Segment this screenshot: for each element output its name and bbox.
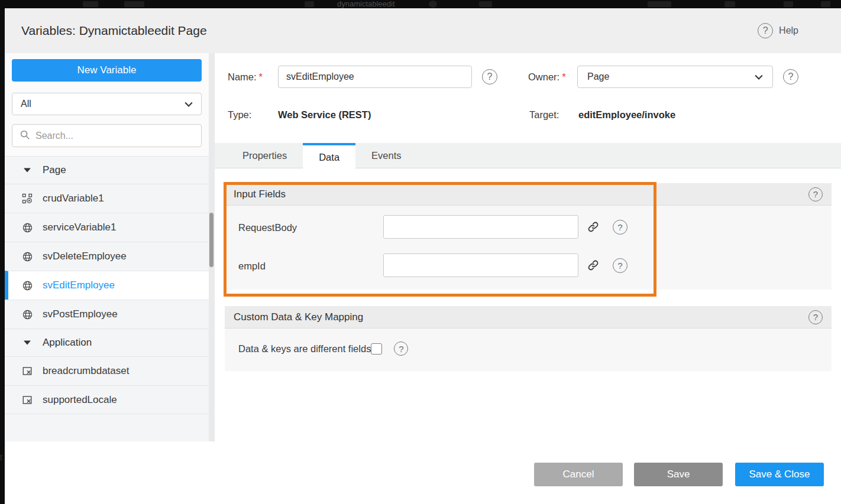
search-input[interactable]: [35, 131, 194, 141]
sidebar-scrollbar-thumb[interactable]: [209, 213, 214, 267]
list-item-label: breadcrumbdataset: [43, 365, 129, 377]
list-item-breadcrumbdataset[interactable]: breadcrumbdataset: [5, 356, 209, 385]
name-input[interactable]: [278, 66, 472, 88]
model-variable-icon: [21, 365, 33, 377]
custom-mapping-section: Custom Data & Key Mapping ? Data & keys …: [225, 306, 832, 371]
tab-events[interactable]: Events: [355, 143, 417, 168]
group-label: Page: [43, 164, 66, 176]
variables-sidebar: New Variable All Page: [5, 53, 215, 441]
sidebar-scrollbar-track[interactable]: [209, 53, 215, 441]
tab-data[interactable]: Data: [303, 143, 355, 169]
input-fields-title: Input Fields: [234, 188, 286, 200]
custom-mapping-body: Data & keys are different fields ?: [225, 328, 832, 371]
requestbody-question-icon[interactable]: ?: [613, 220, 627, 235]
bind-link-icon[interactable]: [587, 259, 600, 272]
list-item-sveditemployee-selected[interactable]: svEditEmployee: [5, 271, 209, 300]
custom-mapping-title: Custom Data & Key Mapping: [234, 311, 363, 323]
list-item-label: svPostEmployee: [43, 308, 118, 320]
model-variable-icon: [21, 394, 33, 406]
different-fields-label: Data & keys are different fields: [238, 343, 371, 355]
different-fields-checkbox[interactable]: [371, 343, 382, 355]
chevron-down-icon: [185, 99, 193, 109]
owner-select[interactable]: Page: [577, 66, 773, 88]
name-label: Name:*: [228, 71, 263, 83]
save-button[interactable]: Save: [634, 463, 723, 486]
search-icon: [20, 129, 30, 142]
owner-question-icon[interactable]: ?: [783, 69, 798, 84]
bind-link-icon[interactable]: [587, 220, 600, 233]
input-fields-body: RequestBody ? empId ?: [225, 205, 832, 290]
chevron-down-icon: [755, 71, 763, 82]
type-value: Web Service (REST): [278, 109, 371, 121]
group-row-page[interactable]: Page: [5, 156, 209, 184]
empid-label: empId: [238, 261, 266, 272]
different-fields-question-icon[interactable]: ?: [394, 342, 408, 356]
requestbody-input[interactable]: [383, 215, 578, 239]
variable-detail-panel: Name:* ? Owner:* Page ? Type: Web Servic…: [215, 53, 841, 504]
custom-mapping-question-icon[interactable]: ?: [808, 310, 823, 324]
background-left-strip-text: t: [0, 453, 2, 462]
input-fields-header: Input Fields ?: [225, 183, 832, 205]
tab-bar: Properties Data Events: [215, 143, 841, 168]
list-item-svpostemployee[interactable]: svPostEmployee: [5, 300, 209, 329]
list-item-crudvariable1[interactable]: crudVariable1: [5, 184, 209, 213]
new-variable-button[interactable]: New Variable: [12, 59, 202, 82]
collapse-arrow-icon[interactable]: [21, 164, 33, 176]
variable-filter-value: All: [21, 99, 31, 109]
type-label: Type:: [228, 109, 251, 121]
service-variable-globe-icon: [21, 251, 33, 262]
list-item-svdeleteemployee[interactable]: svDeleteEmployee: [5, 242, 209, 271]
input-fields-section: Input Fields ? RequestBody ? empId ?: [225, 183, 832, 290]
service-variable-globe-icon: [21, 222, 33, 233]
variable-filter-select[interactable]: All: [12, 93, 202, 115]
requestbody-label: RequestBody: [238, 222, 297, 233]
list-item-label: svDeleteEmployee: [43, 251, 127, 262]
help-label[interactable]: Help: [779, 25, 798, 36]
target-label: Target:: [529, 109, 559, 121]
save-and-close-button[interactable]: Save & Close: [735, 463, 824, 486]
custom-mapping-header: Custom Data & Key Mapping ?: [225, 306, 832, 328]
list-item-servicevariable1[interactable]: serviceVariable1: [5, 213, 209, 242]
help-button[interactable]: ? Help: [758, 23, 798, 38]
owner-label: Owner:*: [528, 71, 566, 83]
background-page-name: dynamictableedit: [337, 0, 395, 8]
variable-list: Page crudVariable1 serviceVariable1 svDe…: [5, 156, 209, 441]
cancel-button[interactable]: Cancel: [534, 463, 623, 486]
list-item-supportedlocale[interactable]: supportedLocale: [5, 385, 209, 414]
list-item-label: serviceVariable1: [43, 222, 116, 233]
variable-search[interactable]: [12, 124, 202, 147]
background-app-bar: dynamictableedit: [0, 0, 841, 8]
required-asterisk: *: [562, 71, 565, 82]
input-fields-question-icon[interactable]: ?: [808, 187, 823, 201]
collapse-arrow-icon[interactable]: [21, 337, 33, 349]
empid-input[interactable]: [383, 253, 578, 277]
help-question-icon[interactable]: ?: [758, 23, 773, 38]
empid-question-icon[interactable]: ?: [613, 258, 627, 273]
group-label: Application: [43, 337, 92, 349]
crud-variable-icon: [21, 193, 33, 204]
target-value: editEmployee/invoke: [578, 109, 675, 121]
variables-dialog: Variables: Dynamictableedit Page ? Help …: [5, 8, 841, 504]
name-question-icon[interactable]: ?: [482, 69, 497, 84]
service-variable-globe-icon: [21, 279, 33, 291]
owner-select-value: Page: [587, 71, 609, 82]
list-item-label: svEditEmployee: [43, 279, 115, 291]
list-item-label: supportedLocale: [43, 394, 117, 406]
required-asterisk: *: [259, 71, 263, 82]
dialog-header: Variables: Dynamictableedit Page ? Help: [5, 8, 841, 53]
dialog-title: Variables: Dynamictableedit Page: [21, 24, 207, 38]
service-variable-globe-icon: [21, 308, 33, 320]
list-item-label: crudVariable1: [43, 193, 104, 204]
tab-properties[interactable]: Properties: [227, 143, 303, 168]
group-row-application[interactable]: Application: [5, 329, 209, 356]
